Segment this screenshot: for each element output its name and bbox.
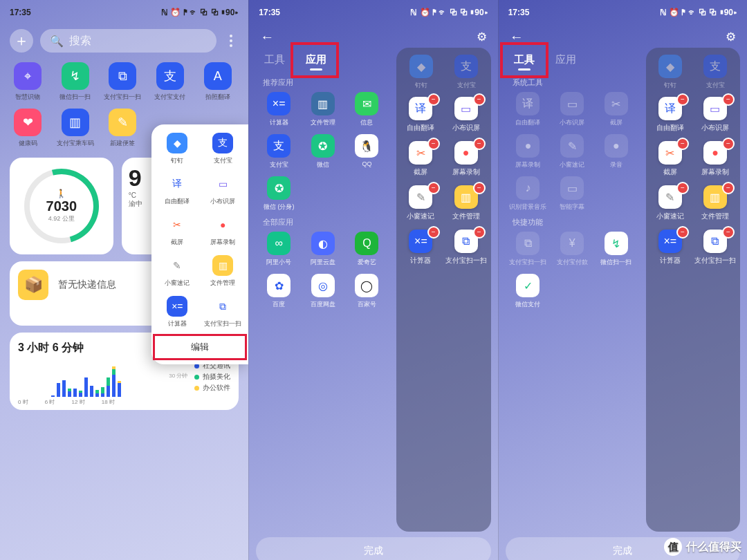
search-input[interactable]: 🔍 搜索 — [40, 29, 216, 53]
add-button[interactable]: ＋ — [10, 29, 33, 53]
side-item[interactable]: ●−屏幕录制 — [445, 141, 487, 177]
side-anchor[interactable]: ◆钉钉 — [650, 55, 691, 90]
app-shortcut[interactable]: ⧉支付宝扫一扫 — [102, 62, 143, 102]
remove-badge[interactable]: − — [427, 226, 440, 239]
side-item[interactable]: 译−自由翻译 — [400, 97, 441, 133]
tab-bar: 工具 应用 — [256, 48, 389, 76]
overlay-item-label: 自由翻译 — [165, 197, 190, 206]
remove-badge[interactable]: − — [427, 182, 440, 194]
app-shortcut[interactable]: ↯微信扫一扫 — [55, 62, 96, 102]
remove-badge[interactable]: − — [676, 226, 689, 239]
app-item[interactable]: ×=计算器 — [259, 92, 299, 127]
remove-badge[interactable]: − — [676, 93, 689, 106]
app-shortcut[interactable]: ⌖智慧识物 — [7, 62, 48, 102]
app-item[interactable]: Q爱奇艺 — [347, 232, 387, 267]
quick-item[interactable]: ⧉支付宝扫一扫 — [508, 232, 548, 267]
quick-item[interactable]: ↯微信扫一扫 — [596, 232, 636, 267]
side-item[interactable]: ✂−截屏 — [400, 141, 441, 177]
app-label: 小窗速记 — [560, 160, 584, 169]
overlay-item[interactable]: ▭小布识屏 — [201, 174, 244, 206]
side-item[interactable]: ✎−小窗速记 — [650, 185, 690, 221]
app-item[interactable]: ●录音 — [596, 134, 636, 169]
overlay-item[interactable]: ⧉支付宝扫一扫 — [201, 296, 244, 328]
app-shortcut[interactable]: A拍照翻译 — [197, 62, 239, 102]
overlay-item[interactable]: ×=计算器 — [156, 296, 199, 328]
remove-badge[interactable]: − — [473, 182, 486, 194]
overlay-item[interactable]: 译自由翻译 — [156, 174, 199, 206]
side-anchor[interactable]: ◆钉钉 — [400, 55, 441, 90]
app-item[interactable]: ▥文件管理 — [303, 92, 343, 127]
overlay-item[interactable]: ✂截屏 — [156, 214, 199, 247]
more-icon[interactable] — [223, 29, 239, 53]
remove-badge[interactable]: − — [722, 226, 735, 239]
app-item[interactable]: ▭智能字幕 — [552, 176, 592, 212]
app-shortcut[interactable]: ✎新建便签 — [102, 109, 143, 148]
app-item[interactable]: ∞阿里小号 — [259, 232, 299, 267]
quick-item[interactable]: ¥支付宝付款 — [552, 232, 592, 267]
side-item[interactable]: ▥−文件管理 — [694, 185, 736, 221]
app-icon: ◆ — [658, 55, 682, 78]
remove-badge[interactable]: − — [676, 138, 689, 150]
app-item[interactable]: 🐧QQ — [347, 134, 387, 169]
remove-badge[interactable]: − — [473, 93, 486, 106]
app-shortcut[interactable]: ▥支付宝乘车码 — [55, 109, 96, 148]
app-icon: 支 — [267, 134, 290, 158]
tab-tools[interactable]: 工具 — [263, 50, 286, 69]
remove-badge[interactable]: − — [473, 226, 486, 239]
remove-badge[interactable]: − — [722, 93, 735, 106]
app-item[interactable]: ♪识别背景音乐 — [508, 176, 548, 212]
app-icon: ● — [212, 214, 233, 235]
edit-button[interactable]: 编辑 — [156, 335, 244, 359]
side-item[interactable]: ▭−小布识屏 — [694, 97, 736, 133]
side-item[interactable]: ⧉−支付宝扫一扫 — [694, 230, 736, 265]
app-item[interactable]: ✎小窗速记 — [552, 134, 592, 169]
app-item[interactable]: ✿百度 — [259, 274, 299, 309]
done-button[interactable]: 完成 — [256, 537, 490, 560]
app-item[interactable]: ✉信息 — [347, 92, 387, 127]
app-item[interactable]: ✪微信 — [303, 134, 343, 169]
steps-card[interactable]: 🚶 7030 4.92 公里 — [10, 158, 113, 254]
remove-badge[interactable]: − — [427, 93, 440, 106]
back-button[interactable]: ← — [260, 29, 274, 45]
side-item[interactable]: 译−自由翻译 — [650, 97, 690, 133]
settings-icon[interactable]: ⚙ — [477, 30, 487, 44]
side-item[interactable]: ▭−小布识屏 — [445, 97, 487, 133]
app-item[interactable]: ◐阿里云盘 — [303, 232, 343, 267]
app-icon: ✉ — [355, 92, 378, 115]
quick-item[interactable]: ✓微信支付 — [508, 274, 548, 309]
parcel-icon: 📦 — [18, 270, 48, 300]
overlay-item[interactable]: ●屏幕录制 — [201, 214, 244, 247]
step-distance: 4.92 公里 — [48, 214, 75, 223]
side-anchor[interactable]: 支支付宝 — [445, 55, 486, 90]
remove-badge[interactable]: − — [722, 138, 735, 150]
overlay-item[interactable]: ✎小窗速记 — [156, 255, 199, 288]
side-item[interactable]: ●−屏幕录制 — [694, 141, 736, 177]
side-item[interactable]: ⧉−支付宝扫一扫 — [445, 230, 487, 265]
side-item[interactable]: ▥−文件管理 — [445, 185, 487, 221]
overlay-item[interactable]: ▥文件管理 — [201, 255, 244, 288]
side-anchor[interactable]: 支支付宝 — [695, 55, 736, 90]
app-item[interactable]: ◎百度网盘 — [303, 274, 343, 309]
remove-badge[interactable]: − — [676, 182, 689, 194]
side-item[interactable]: ×=−计算器 — [650, 230, 690, 265]
app-shortcut[interactable]: ❤健康码 — [7, 109, 48, 148]
settings-icon[interactable]: ⚙ — [726, 30, 736, 44]
remove-badge[interactable]: − — [473, 138, 486, 150]
app-item[interactable]: 支支付宝 — [259, 134, 299, 169]
app-item[interactable]: ◯百家号 — [347, 274, 387, 309]
side-item[interactable]: ×=−计算器 — [400, 230, 441, 265]
side-item[interactable]: ✎−小窗速记 — [400, 185, 441, 221]
app-item[interactable]: 译自由翻译 — [508, 92, 548, 127]
app-label: 爱奇艺 — [358, 258, 376, 267]
app-shortcut[interactable]: 支支付宝支付 — [149, 62, 191, 102]
app-item[interactable]: ✂截屏 — [596, 92, 636, 127]
remove-badge[interactable]: − — [427, 138, 440, 150]
remove-badge[interactable]: − — [722, 182, 735, 194]
app-item[interactable]: ▭小布识屏 — [552, 92, 592, 127]
tab-apps[interactable]: 应用 — [554, 50, 578, 69]
app-item[interactable]: ✪微信 (分身) — [259, 176, 299, 212]
app-item[interactable]: ●屏幕录制 — [508, 134, 548, 169]
overlay-item[interactable]: ◆钉钉 — [156, 133, 199, 165]
overlay-item[interactable]: 支支付宝 — [201, 133, 244, 165]
side-item[interactable]: ✂−截屏 — [650, 141, 690, 177]
